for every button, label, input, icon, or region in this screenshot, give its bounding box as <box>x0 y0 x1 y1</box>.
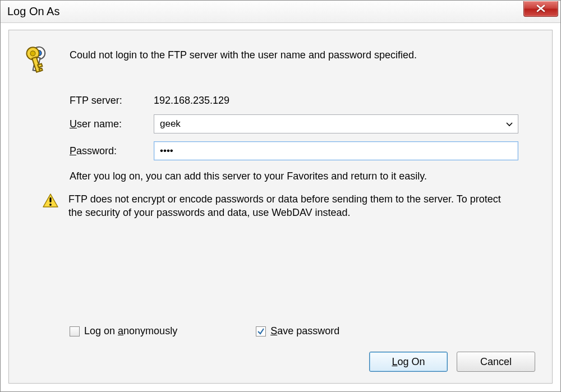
anonymous-label: Log on anonymously <box>84 325 177 337</box>
ftp-server-value: 192.168.235.129 <box>154 95 229 107</box>
close-button[interactable] <box>523 1 558 17</box>
save-password-label: Save password <box>270 325 339 337</box>
anonymous-checkbox[interactable] <box>70 326 80 336</box>
ftp-server-label: FTP server: <box>70 95 154 107</box>
warning-icon <box>43 193 59 211</box>
svg-rect-7 <box>39 68 43 71</box>
anonymous-checkbox-row[interactable]: Log on anonymously <box>70 325 177 337</box>
security-warning: FTP does not encrypt or encode passwords… <box>68 192 517 220</box>
password-label: Password: <box>70 145 154 157</box>
content-frame: Could not login to the FTP server with t… <box>8 30 553 384</box>
check-icon <box>257 328 265 335</box>
svg-point-9 <box>49 204 52 206</box>
titlebar: Log On As <box>1 1 560 23</box>
keys-icon <box>26 44 56 79</box>
cancel-button[interactable]: Cancel <box>457 352 535 372</box>
svg-rect-8 <box>49 197 51 202</box>
favorites-hint: After you log on, you can add this serve… <box>70 170 530 182</box>
password-input[interactable] <box>154 141 518 160</box>
svg-rect-6 <box>38 63 42 67</box>
window-title: Log On As <box>7 5 59 18</box>
close-icon <box>536 4 545 12</box>
username-label: User name: <box>70 118 154 130</box>
username-input[interactable] <box>154 114 518 133</box>
logon-button[interactable]: Log On <box>369 352 448 372</box>
error-message: Could not login to the FTP server with t… <box>70 44 417 61</box>
dialog-window: Log On As <box>0 0 561 392</box>
save-password-checkbox[interactable] <box>256 326 266 336</box>
save-password-checkbox-row[interactable]: Save password <box>256 325 339 337</box>
